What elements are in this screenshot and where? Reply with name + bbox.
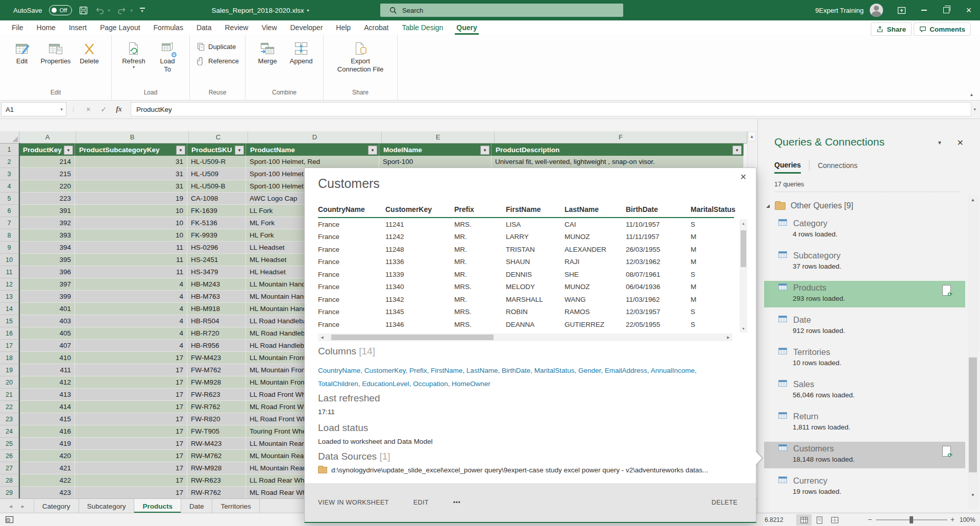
- row-header[interactable]: 4: [0, 180, 19, 193]
- save-icon[interactable]: [79, 6, 88, 15]
- column-header-b[interactable]: B: [76, 131, 189, 144]
- column-link-totalchildren[interactable]: TotalChildren,: [318, 380, 362, 388]
- share-button[interactable]: Share: [871, 22, 912, 36]
- account-name[interactable]: 9Expert Training: [815, 7, 864, 14]
- column-link-lastname[interactable]: LastName,: [467, 367, 502, 374]
- row-header[interactable]: 17: [0, 340, 19, 352]
- cell[interactable]: RW-R762: [187, 487, 246, 499]
- row-header[interactable]: 29: [0, 487, 19, 499]
- row-header[interactable]: 23: [0, 413, 19, 425]
- edit-button[interactable]: EDIT: [413, 499, 429, 506]
- undo-dropdown-icon[interactable]: ▾: [108, 8, 110, 13]
- row-header[interactable]: 28: [0, 474, 19, 487]
- cell[interactable]: 407: [19, 340, 75, 352]
- row-header[interactable]: 3: [0, 168, 19, 180]
- cell[interactable]: 410: [19, 352, 75, 364]
- cell[interactable]: 420: [19, 450, 75, 462]
- minimize-button[interactable]: [913, 0, 935, 20]
- column-link-gender[interactable]: Gender,: [578, 367, 605, 374]
- column-header-e[interactable]: E: [382, 131, 495, 144]
- row-header[interactable]: 26: [0, 450, 19, 462]
- row-header[interactable]: 27: [0, 462, 19, 474]
- column-link-annualincome[interactable]: AnnualIncome,: [651, 367, 697, 374]
- append-button[interactable]: Append: [285, 38, 317, 65]
- cell[interactable]: 399: [19, 291, 75, 303]
- table-header-productkey[interactable]: ProductKey▼: [19, 144, 75, 156]
- undo-icon[interactable]: [95, 6, 104, 14]
- column-link-maritalstatus[interactable]: MaritalStatus,: [534, 367, 578, 374]
- cell[interactable]: 405: [19, 327, 75, 340]
- cell[interactable]: Universal fit, well-vented, lightweight …: [492, 156, 744, 168]
- cell[interactable]: 412: [19, 376, 75, 389]
- row-header[interactable]: 24: [0, 425, 19, 438]
- ribbon-tab-developer[interactable]: Developer: [284, 20, 330, 35]
- filter-button[interactable]: ▼: [235, 146, 244, 155]
- table-header-productsubcategorykey[interactable]: ProductSubcategoryKey▼: [75, 144, 187, 156]
- scroll-up-icon[interactable]: ▲: [748, 131, 756, 141]
- load-to-button[interactable]: ⚙ Load To: [152, 38, 183, 74]
- panel-scroll-down-icon[interactable]: ▼: [968, 490, 978, 499]
- column-header-a[interactable]: A: [19, 131, 76, 144]
- column-link-homeowner[interactable]: HomeOwner: [452, 380, 491, 388]
- select-all-button[interactable]: [0, 131, 19, 144]
- redo-dropdown-icon[interactable]: ▾: [131, 8, 133, 13]
- cell[interactable]: 17: [75, 450, 187, 462]
- page-break-view-icon[interactable]: [827, 514, 842, 525]
- cell[interactable]: HB-M763: [187, 291, 246, 303]
- cell[interactable]: HB-M918: [187, 303, 246, 315]
- table-header-modelname[interactable]: ModelName▼: [379, 144, 492, 156]
- ribbon-tab-query[interactable]: Query: [450, 20, 483, 35]
- export-connection-file-button[interactable]: Export Connection File: [332, 38, 388, 74]
- column-header-c[interactable]: C: [189, 131, 248, 144]
- query-item-customers[interactable]: Customers18,148 rows loaded.: [764, 442, 965, 468]
- cell[interactable]: HS-2451: [187, 254, 246, 266]
- filter-button[interactable]: ▼: [176, 146, 185, 155]
- filter-button[interactable]: ▼: [732, 146, 742, 155]
- cell[interactable]: 422: [19, 474, 75, 487]
- cell[interactable]: 11: [75, 242, 187, 254]
- name-box[interactable]: A1 ▾: [1, 102, 66, 116]
- row-header[interactable]: 10: [0, 254, 19, 266]
- query-item-sales[interactable]: Sales56,046 rows loaded.: [764, 377, 965, 404]
- cell[interactable]: 4: [75, 291, 187, 303]
- cell[interactable]: HS-3479: [187, 266, 246, 278]
- cell[interactable]: HL-U509-B: [187, 180, 246, 193]
- cell[interactable]: FW-R762: [187, 401, 246, 413]
- cell[interactable]: 10: [75, 205, 187, 217]
- cell[interactable]: RW-M423: [187, 438, 246, 450]
- cell[interactable]: 4: [75, 278, 187, 291]
- row-header[interactable]: 20: [0, 376, 19, 389]
- cell[interactable]: 31: [75, 168, 187, 180]
- duplicate-button[interactable]: Duplicate: [196, 42, 239, 51]
- sheet-tab-category[interactable]: Category: [34, 499, 79, 513]
- cell[interactable]: 17: [75, 352, 187, 364]
- query-item-category[interactable]: Category4 rows loaded.: [764, 217, 965, 243]
- row-header[interactable]: 22: [0, 401, 19, 413]
- query-item-currency[interactable]: Currency19 rows loaded.: [764, 474, 965, 500]
- cell[interactable]: 215: [19, 168, 75, 180]
- cell[interactable]: 17: [75, 376, 187, 389]
- sheet-tab-products[interactable]: Products: [134, 499, 181, 513]
- preview-scroll-up-icon[interactable]: ▲: [740, 219, 747, 227]
- row-header[interactable]: 16: [0, 327, 19, 340]
- cell[interactable]: Sport-100: [379, 156, 492, 168]
- delete-query-button[interactable]: Delete: [74, 38, 105, 65]
- column-link-prefix[interactable]: Prefix,: [409, 367, 431, 374]
- cell[interactable]: 392: [19, 217, 75, 229]
- column-header-f[interactable]: F: [495, 131, 747, 144]
- page-layout-view-icon[interactable]: [812, 514, 827, 525]
- row-header[interactable]: 25: [0, 438, 19, 450]
- row-header[interactable]: 2: [0, 156, 19, 168]
- cell[interactable]: 413: [19, 389, 75, 401]
- cell[interactable]: HB-M243: [187, 278, 246, 291]
- table-header-productsku[interactable]: ProductSKU▼: [187, 144, 246, 156]
- ribbon-tab-insert[interactable]: Insert: [62, 20, 93, 35]
- collapse-ribbon-icon[interactable]: ▴: [970, 91, 973, 97]
- cell[interactable]: Sport-100 Helmet, Red: [246, 156, 379, 168]
- preview-hscroll-thumb[interactable]: [331, 334, 494, 340]
- row-header[interactable]: 15: [0, 315, 19, 327]
- autosave-toggle[interactable]: Off: [49, 5, 71, 15]
- zoom-in-button[interactable]: +: [950, 515, 954, 523]
- more-options-button[interactable]: •••: [453, 499, 460, 506]
- cell[interactable]: 17: [75, 438, 187, 450]
